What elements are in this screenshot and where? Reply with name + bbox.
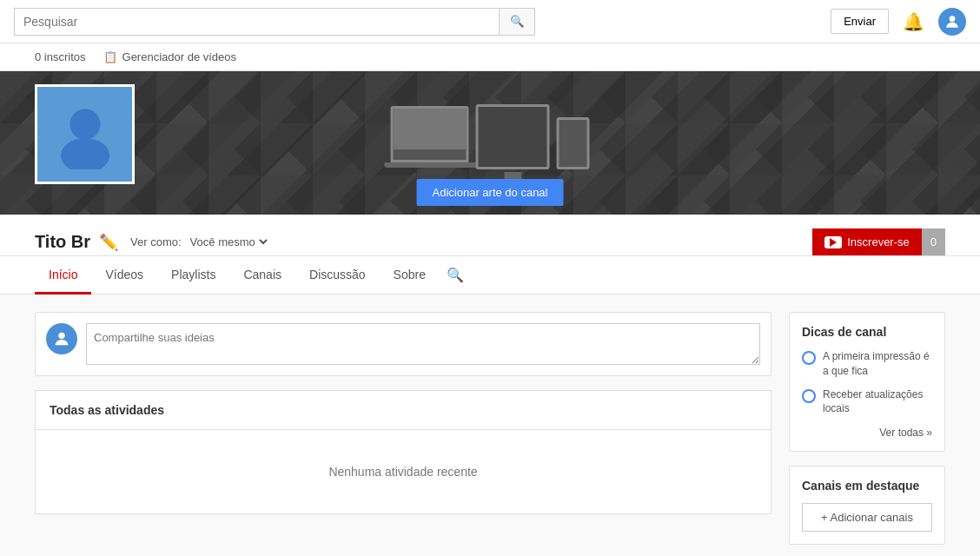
tab-playlists[interactable]: Playlists: [157, 257, 229, 295]
tab-inicio[interactable]: Início: [35, 257, 91, 295]
tab-search-icon[interactable]: 🔍: [440, 256, 471, 294]
svg-point-2: [61, 138, 109, 169]
add-art-button[interactable]: Adicionar arte do canal: [417, 179, 564, 206]
tab-sobre[interactable]: Sobre: [380, 257, 440, 295]
youtube-icon: [824, 236, 842, 248]
tv-stand: [504, 172, 521, 179]
tips-title: Dicas de canal: [802, 325, 932, 339]
channel-name-row: Tito Br ✏️ Ver como: Você mesmo: [35, 232, 270, 252]
tip-text-2: Receber atualizações locais: [823, 387, 932, 417]
tab-videos[interactable]: Vídeos: [91, 257, 157, 295]
content-left: Todas as atividades Nenhuma atividade re…: [35, 312, 771, 556]
view-as-select[interactable]: Você mesmo: [187, 235, 270, 249]
view-as-label: Ver como:: [130, 235, 182, 248]
channel-art: Adicionar arte do canal: [0, 71, 980, 215]
see-all-link[interactable]: Ver todas »: [802, 425, 932, 439]
tip-item-2: Receber atualizações locais: [802, 387, 932, 417]
activities-section: Todas as atividades Nenhuma atividade re…: [35, 390, 771, 514]
channel-info-bar: Tito Br ✏️ Ver como: Você mesmo Inscreve…: [0, 215, 980, 256]
channel-tabs: Início Vídeos Playlists Canais Discussão…: [0, 256, 980, 295]
channel-name: Tito Br: [35, 232, 90, 252]
featured-channels-title: Canais em destaque: [802, 479, 932, 493]
subscribe-label: Inscrever-se: [847, 235, 910, 248]
channel-avatar: [35, 84, 135, 184]
svg-point-0: [950, 16, 956, 22]
search-icon: 🔍: [510, 15, 525, 28]
topbar-left: 🔍: [14, 8, 831, 36]
svg-point-3: [58, 333, 64, 339]
topbar: 🔍 Enviar 🔔: [0, 0, 980, 43]
tip-dot-1: [802, 351, 816, 365]
sidebar: Dicas de canal A primeira impressão é a …: [789, 312, 945, 556]
post-textarea[interactable]: [86, 323, 760, 365]
svg-point-1: [70, 109, 100, 139]
tv-screen: [476, 104, 550, 169]
devices-illustration: [391, 104, 590, 169]
tv-device: [476, 104, 550, 169]
bell-icon[interactable]: 🔔: [903, 11, 924, 32]
topbar-right: Enviar 🔔: [831, 8, 966, 36]
tip-text-1: A primeira impressão é a que fica: [823, 349, 932, 379]
laptop-display: [394, 109, 467, 149]
enviar-button[interactable]: Enviar: [831, 9, 889, 34]
see-all-anchor[interactable]: Ver todas »: [879, 427, 932, 439]
tab-canais[interactable]: Canais: [229, 257, 295, 295]
post-avatar: [46, 323, 77, 354]
activities-header: Todas as atividades: [36, 391, 771, 430]
main-content: Todas as atividades Nenhuma atividade re…: [0, 295, 980, 556]
post-area: [35, 312, 771, 376]
avatar[interactable]: [938, 8, 966, 36]
tablet-device: [557, 117, 590, 169]
search-button[interactable]: 🔍: [499, 8, 535, 36]
subscribers-count: 0 inscritos: [35, 50, 86, 63]
subscribe-area: Inscrever-se 0: [812, 228, 945, 255]
tips-card: Dicas de canal A primeira impressão é a …: [789, 312, 945, 452]
laptop-base: [385, 162, 480, 168]
tab-discussao[interactable]: Discussão: [295, 257, 380, 295]
no-activity-message: Nenhuma atividade recente: [36, 430, 771, 513]
play-triangle: [830, 238, 837, 247]
view-as: Ver como: Você mesmo: [130, 235, 270, 249]
laptop-screen: [391, 106, 469, 162]
search-input[interactable]: [14, 8, 499, 36]
tip-dot-2: [802, 389, 816, 403]
laptop-device: [391, 106, 469, 162]
tip-item-1: A primeira impressão é a que fica: [802, 349, 932, 379]
channel-info-left: Tito Br ✏️ Ver como: Você mesmo: [35, 232, 270, 252]
subheader: 0 inscritos 📋 Gerenciador de vídeos: [0, 43, 980, 71]
subscriber-count-badge: 0: [922, 228, 945, 255]
video-manager-label: Gerenciador de vídeos: [122, 50, 237, 63]
video-manager-icon: 📋: [103, 50, 117, 63]
search-bar: 🔍: [14, 8, 535, 36]
subscribe-button[interactable]: Inscrever-se: [812, 228, 922, 255]
edit-icon[interactable]: ✏️: [99, 233, 118, 252]
featured-channels-card: Canais em destaque + Adicionar canais: [789, 466, 945, 545]
add-channel-button[interactable]: + Adicionar canais: [802, 503, 932, 532]
video-manager-link[interactable]: 📋 Gerenciador de vídeos: [103, 50, 237, 63]
